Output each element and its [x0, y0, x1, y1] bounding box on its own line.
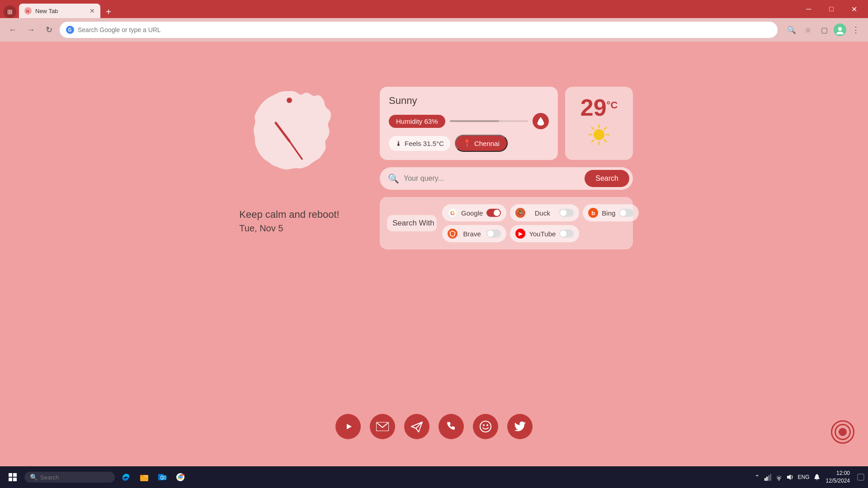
url-bar[interactable]: G [60, 22, 778, 38]
humidity-fill [450, 120, 499, 122]
engine-google[interactable]: G Google [442, 204, 506, 221]
svg-point-22 [483, 424, 485, 426]
taskbar-search[interactable]: 🔍 [24, 472, 115, 483]
record-button[interactable] [831, 420, 854, 444]
bookmark-button[interactable]: ☆ [801, 23, 815, 37]
google-logo: G [66, 26, 74, 34]
active-tab[interactable]: N New Tab ✕ [19, 4, 100, 18]
main-area: Keep calm and reboot! Tue, Nov 5 Sunny H… [235, 87, 633, 249]
taskbar-chrome[interactable] [172, 469, 189, 486]
duck-toggle[interactable] [559, 209, 574, 217]
search-with-label: Search With [387, 215, 437, 231]
profile-button[interactable] [834, 23, 846, 36]
svg-rect-36 [768, 475, 769, 481]
youtube-logo-icon: ▶ [515, 229, 525, 239]
tab-title: New Tab [35, 8, 86, 14]
taskbar-explorer[interactable] [136, 469, 153, 486]
svg-point-23 [486, 424, 488, 426]
tab-bar: ⊞ N New Tab ✕ + [4, 0, 797, 18]
taskbar-search-input[interactable] [40, 474, 109, 481]
record-dot [839, 428, 847, 436]
clock-section: Keep calm and reboot! Tue, Nov 5 [235, 87, 344, 234]
tray-arrow[interactable]: ⌃ [753, 472, 762, 483]
svg-point-38 [778, 480, 779, 481]
forward-button[interactable]: → [24, 23, 38, 37]
close-button[interactable]: ✕ [844, 2, 864, 16]
taskbar-outlook[interactable] [154, 469, 171, 486]
humidity-drop-icon [533, 113, 549, 129]
network-icon[interactable] [764, 474, 772, 481]
svg-point-8 [594, 129, 604, 140]
app-gmail[interactable] [370, 414, 395, 439]
clock-time: 12:00 [826, 469, 850, 477]
svg-rect-37 [770, 474, 771, 481]
humidity-row: Humidity 63% [389, 113, 549, 129]
back-button[interactable]: ← [5, 23, 20, 37]
weather-condition: Sunny [389, 95, 549, 107]
app-youtube[interactable] [335, 414, 361, 439]
bing-label: Bing [602, 209, 615, 217]
title-bar: ⊞ N New Tab ✕ + ─ □ ✕ [0, 0, 868, 18]
app-phone[interactable] [439, 414, 464, 439]
explorer-icon [140, 473, 149, 482]
svg-line-15 [604, 127, 607, 130]
engine-brave[interactable]: Brave [442, 225, 506, 242]
engine-grid: G Google 🦆 Duck b [442, 204, 639, 242]
engine-youtube[interactable]: ▶ YouTube [510, 225, 579, 242]
menu-button[interactable]: ⋮ [849, 23, 863, 37]
sun-icon [587, 123, 611, 151]
new-tab-button[interactable]: + [102, 5, 115, 18]
wifi-icon[interactable] [775, 474, 783, 481]
refresh-button[interactable]: ↻ [42, 23, 56, 37]
clock-date: 12/5/2024 [826, 477, 850, 485]
tab-close-button[interactable]: ✕ [90, 7, 95, 14]
svg-point-33 [179, 476, 182, 479]
taskbar-clock[interactable]: 12:00 12/5/2024 [822, 468, 854, 487]
tab-favicon: N [24, 7, 32, 14]
extensions-button[interactable]: ▢ [817, 23, 831, 37]
bing-toggle[interactable] [619, 209, 633, 217]
app-telegram[interactable] [404, 414, 429, 439]
notification-icon[interactable] [813, 474, 821, 481]
weather-info-row: 🌡 Feels 31.5°C 📍 Chennai [389, 135, 549, 152]
youtube-toggle[interactable] [559, 230, 574, 238]
engine-bing[interactable]: b Bing [583, 204, 639, 221]
volume-icon[interactable] [786, 474, 793, 481]
taskbar-search-icon: 🔍 [30, 474, 38, 481]
search-button[interactable]: Search [585, 170, 629, 187]
workspace-button[interactable]: ⊞ [4, 5, 16, 18]
brave-toggle[interactable] [486, 230, 501, 238]
taskbar: 🔍 [0, 466, 868, 488]
show-desktop-icon[interactable] [857, 474, 864, 481]
url-input[interactable] [78, 26, 771, 33]
search-input[interactable] [404, 174, 580, 183]
record-inner [835, 424, 851, 440]
bing-logo-icon: b [588, 208, 598, 218]
search-icon-btn[interactable]: 🔍 [785, 23, 798, 37]
brave-label: Brave [461, 230, 483, 238]
minimize-button[interactable]: ─ [798, 2, 819, 16]
lang-label[interactable]: ENG [796, 472, 811, 482]
app-twitter[interactable] [507, 414, 533, 439]
clock-container [235, 87, 344, 195]
engine-duck[interactable]: 🦆 Duck [510, 204, 579, 221]
temp-display: 29 °C [580, 96, 618, 119]
location-button[interactable]: 📍 Chennai [455, 135, 508, 152]
weather-row: Sunny Humidity 63% 🌡 [380, 87, 633, 160]
svg-rect-39 [858, 474, 864, 480]
start-button[interactable] [4, 468, 22, 486]
temperature-card: 29 °C [565, 87, 633, 160]
bottom-apps [335, 414, 533, 439]
location-name: Chennai [474, 140, 500, 147]
app-face[interactable] [473, 414, 498, 439]
svg-rect-25 [140, 475, 144, 477]
maximize-button[interactable]: □ [821, 2, 842, 16]
taskbar-edge[interactable] [118, 469, 135, 486]
address-bar: ← → ↻ G 🔍 ☆ ▢ ⋮ [0, 18, 868, 42]
svg-line-14 [604, 140, 607, 142]
chrome-icon [176, 473, 185, 482]
quote-text: Keep calm and reboot! [239, 209, 339, 221]
svg-line-13 [592, 127, 594, 130]
brave-logo-icon [448, 229, 458, 239]
google-toggle[interactable] [486, 209, 501, 217]
